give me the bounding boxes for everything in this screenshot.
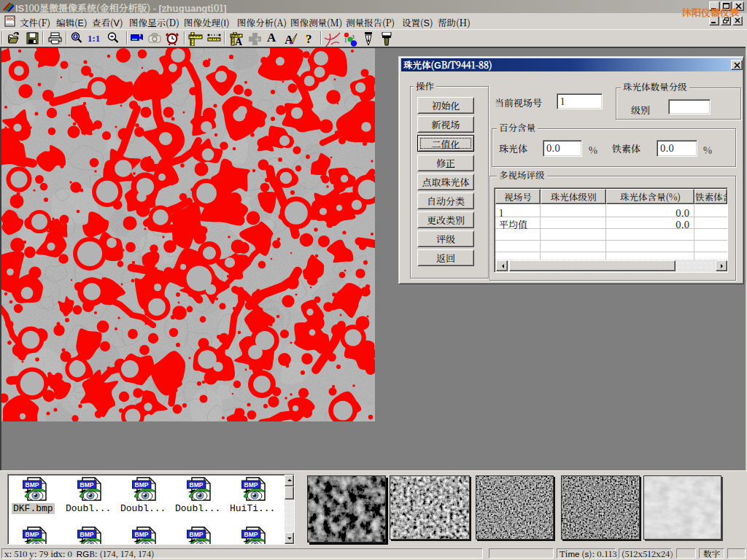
- svg-text:3: 3: [352, 33, 355, 40]
- svg-text:A: A: [235, 36, 243, 46]
- svg-text:DOC: DOC: [7, 17, 15, 21]
- svg-text:1: 1: [344, 36, 347, 44]
- svg-text:?: ?: [306, 32, 312, 45]
